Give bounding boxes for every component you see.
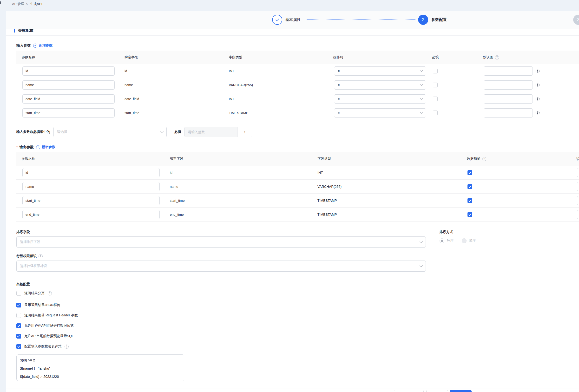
data-preview-checkbox[interactable] xyxy=(467,184,472,189)
eye-icon[interactable] xyxy=(535,111,540,115)
output-params-title: 输出参数 xyxy=(19,145,34,149)
default-value-input[interactable] xyxy=(484,108,533,118)
required-checkbox[interactable] xyxy=(433,97,438,101)
output-param-row: name VARCHAR(255) xyxy=(16,180,579,194)
input-table-header: 参数名称 绑定字段 字段类型 操作符 必填 默认值 ? xyxy=(16,51,579,64)
pagination-checkbox[interactable] xyxy=(16,291,21,296)
clipped-input[interactable] xyxy=(577,182,579,191)
stepper: 基本属性 2 参数配置 3 xyxy=(6,11,579,29)
param-name-input[interactable] xyxy=(22,94,115,104)
option-json-sample: 显示返回结果JSON样例 xyxy=(16,303,579,308)
stepper-connector-pending xyxy=(457,20,564,20)
param-name-input[interactable] xyxy=(22,182,160,191)
data-preview-checkbox[interactable] xyxy=(467,170,472,175)
data-preview-help-icon[interactable]: ? xyxy=(482,157,486,161)
param-name-input[interactable] xyxy=(22,80,115,90)
increment-button[interactable]: ↑ xyxy=(237,127,252,137)
validation-expression-textarea[interactable]: ${id} >= 2 ${name} != 'fanshu' ${date_fi… xyxy=(16,354,184,381)
add-output-param-button[interactable]: + 新增参数 xyxy=(36,145,55,149)
row-permission-help-icon[interactable]: ? xyxy=(39,254,43,258)
chevron-down-icon xyxy=(420,97,423,100)
validation-expression-checkbox[interactable] xyxy=(16,344,21,349)
chevron-down-icon xyxy=(420,111,423,114)
radio-asc[interactable]: 升序 xyxy=(439,238,453,243)
col-default-value: 默认值 ? xyxy=(478,55,579,60)
default-value-input[interactable] xyxy=(484,94,533,104)
col-bound-field: 绑定字段 xyxy=(164,157,312,161)
default-value-input[interactable] xyxy=(484,80,533,90)
input-param-row: name VARCHAR(255) = xyxy=(16,78,579,92)
operator-select[interactable]: = xyxy=(334,94,426,104)
breadcrumb-parent[interactable]: API管理 xyxy=(12,2,24,6)
request-header-checkbox[interactable] xyxy=(16,313,21,318)
field-type-value: VARCHAR(255) xyxy=(223,83,328,87)
required-checkbox[interactable] xyxy=(433,111,438,115)
step-3[interactable]: 3 xyxy=(573,15,579,25)
plus-circle-icon: + xyxy=(36,145,40,149)
param-name-input[interactable] xyxy=(22,196,160,205)
wizard-card: 基本属性 2 参数配置 3 参数配置 输入参数 + 新增参数 参数名 xyxy=(6,11,579,392)
left-edge-scrollbar xyxy=(0,1,1,4)
operator-select[interactable]: = xyxy=(334,80,426,90)
breadcrumb: API管理 > 生成API xyxy=(12,2,42,6)
step-param-config[interactable]: 2 参数配置 xyxy=(418,15,447,25)
sort-field-select[interactable]: 选择排序字段 xyxy=(16,236,426,248)
field-type-value: TIMESTAMP xyxy=(312,199,461,202)
bottom-button-2[interactable] xyxy=(426,390,448,392)
required-checkbox[interactable] xyxy=(433,83,438,87)
default-value-input[interactable] xyxy=(484,66,533,76)
col-data-preview: 数据预览 ? xyxy=(461,157,571,161)
market-sql-checkbox[interactable] xyxy=(16,334,21,338)
data-preview-checkbox[interactable] xyxy=(467,212,472,217)
input-params-table: 参数名称 绑定字段 字段类型 操作符 必填 默认值 ? id INT = xyxy=(16,51,579,120)
add-input-param-button[interactable]: + 新增参数 xyxy=(33,43,53,48)
row-permission-select[interactable]: 选择行级权限标识 xyxy=(16,261,426,272)
param-name-input[interactable] xyxy=(22,168,160,177)
bound-field-value: start_time xyxy=(119,111,223,115)
param-name-input[interactable] xyxy=(22,108,115,118)
eye-icon[interactable] xyxy=(535,97,540,101)
stepper-connector-done xyxy=(307,19,416,20)
radio-desc[interactable]: 降序 xyxy=(462,238,476,243)
option-request-header: 返回结果携带 Request Header 参数 xyxy=(16,313,579,318)
market-preview-checkbox[interactable] xyxy=(16,323,21,328)
clipped-input[interactable] xyxy=(577,210,579,219)
operator-select[interactable]: = xyxy=(334,66,426,76)
breadcrumb-current: 生成API xyxy=(30,2,42,6)
col-extra-clipped: 说 xyxy=(571,157,579,161)
required-checkbox[interactable] xyxy=(433,69,438,73)
required-count-group: ↑ xyxy=(185,127,252,137)
output-params-table: 参数名称 绑定字段 字段类型 数据预览 ? 说 id INT name xyxy=(16,152,579,221)
bottom-button-1[interactable] xyxy=(394,390,424,392)
eye-icon[interactable] xyxy=(535,83,540,87)
default-value-help-icon[interactable]: ? xyxy=(495,55,499,60)
operator-select[interactable]: = xyxy=(334,108,426,118)
advanced-options: 返回结果分页 ? 显示返回结果JSON样例 返回结果携带 Request Hea… xyxy=(16,291,579,349)
step1-label: 基本属性 xyxy=(286,17,301,22)
option-market-preview: 允许用户在API市场进行数据预览 xyxy=(16,323,579,328)
chevron-down-icon xyxy=(160,130,163,133)
required-count-input[interactable] xyxy=(185,127,237,137)
field-type-value: TIMESTAMP xyxy=(312,213,461,216)
eye-icon[interactable] xyxy=(535,69,540,73)
json-sample-checkbox[interactable] xyxy=(16,303,21,308)
pagination-help-icon[interactable]: ? xyxy=(48,291,52,295)
clipped-input[interactable] xyxy=(577,196,579,205)
add-output-param-label: 新增参数 xyxy=(42,145,55,149)
step-basic-props[interactable]: 基本属性 xyxy=(272,15,301,25)
clipped-input[interactable] xyxy=(577,168,579,177)
bottom-primary-button[interactable] xyxy=(450,390,472,392)
radio-unselected-icon xyxy=(462,238,467,243)
bound-field-value: start_time xyxy=(164,199,312,202)
validation-expression-help-icon[interactable]: ? xyxy=(65,345,69,349)
param-name-input[interactable] xyxy=(22,210,160,219)
col-operator: 操作符 xyxy=(328,55,427,60)
optional-filter-select[interactable]: 请选择 xyxy=(54,127,167,137)
sort-section: 排序字段 选择排序字段 排序方式 升序 降序 xyxy=(16,230,579,248)
data-preview-checkbox[interactable] xyxy=(467,198,472,203)
chevron-down-icon xyxy=(420,69,423,72)
param-name-input[interactable] xyxy=(22,66,115,76)
output-params-header: * 输出参数 + 新增参数 xyxy=(16,144,579,150)
output-param-row: end_time TIMESTAMP xyxy=(16,207,579,221)
step3-circle: 3 xyxy=(573,15,579,25)
